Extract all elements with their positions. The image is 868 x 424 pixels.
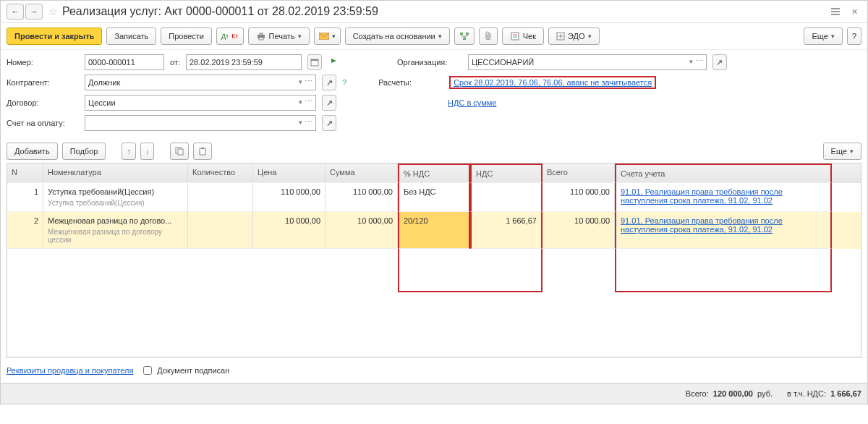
table-header: N Номенклатура Количество Цена Сумма % Н… bbox=[7, 164, 861, 183]
vat-mode-link[interactable]: НДС в сумме bbox=[448, 98, 496, 107]
table-row[interactable]: 1 Уступка требований(Цессия) Уступка тре… bbox=[7, 183, 861, 212]
paste-button[interactable] bbox=[193, 143, 212, 160]
printer-icon bbox=[256, 32, 266, 41]
col-vat-pct[interactable]: % НДС bbox=[398, 164, 470, 183]
row-nom: Межценовая разница по догово... bbox=[48, 216, 171, 225]
check-button[interactable]: Чек bbox=[502, 27, 544, 45]
col-price[interactable]: Цена bbox=[253, 164, 326, 183]
svg-rect-1 bbox=[831, 11, 840, 12]
settlements-link[interactable]: Срок 28.02.2019, 76.06, 76.06, аванс не … bbox=[454, 78, 652, 87]
calendar-icon bbox=[310, 58, 319, 67]
svg-rect-4 bbox=[259, 33, 263, 35]
post-button[interactable]: Провести bbox=[161, 27, 212, 45]
create-based-button[interactable]: Создать на основании▾ bbox=[345, 27, 450, 45]
svg-rect-17 bbox=[178, 149, 183, 155]
number-label: Номер: bbox=[7, 58, 79, 67]
favorite-icon[interactable]: ☆ bbox=[48, 6, 58, 17]
accounts-link[interactable]: 91.01, Реализация права требования после… bbox=[621, 216, 826, 234]
accounts-link[interactable]: 91.01, Реализация права требования после… bbox=[621, 187, 826, 205]
svg-rect-15 bbox=[311, 59, 318, 61]
close-icon[interactable]: ✕ bbox=[847, 5, 861, 18]
mail-button[interactable]: ▾ bbox=[314, 27, 341, 45]
svg-rect-8 bbox=[466, 33, 469, 35]
edo-button[interactable]: ЭДО▾ bbox=[548, 27, 600, 45]
svg-rect-7 bbox=[460, 33, 463, 35]
tree-icon bbox=[459, 32, 469, 41]
nav-back-button[interactable]: ← bbox=[7, 4, 24, 20]
contract-open-button[interactable]: ↗ bbox=[322, 95, 336, 111]
svg-rect-2 bbox=[831, 14, 840, 15]
bill-label: Счет на оплату: bbox=[7, 119, 79, 127]
table-row[interactable]: 2 Межценовая разница по догово... Межцен… bbox=[7, 212, 861, 249]
dirty-flag-icon bbox=[328, 54, 342, 70]
help-button[interactable]: ? bbox=[847, 27, 861, 45]
bill-open-button[interactable]: ↗ bbox=[322, 115, 336, 131]
move-down-button[interactable]: ↓ bbox=[140, 143, 155, 160]
col-n[interactable]: N bbox=[7, 164, 43, 183]
add-row-button[interactable]: Добавить bbox=[7, 143, 58, 160]
pick-button[interactable]: Подбор bbox=[62, 143, 106, 160]
row-sub: Межценовая разница по договору цессии bbox=[48, 228, 183, 244]
post-close-button[interactable]: Провести и закрыть bbox=[7, 27, 102, 45]
total-value: 120 000,00 bbox=[713, 389, 753, 398]
svg-rect-18 bbox=[200, 148, 205, 155]
move-up-button[interactable]: ↑ bbox=[122, 143, 136, 160]
attach-button[interactable] bbox=[479, 27, 498, 45]
contract-label: Договор: bbox=[7, 98, 79, 107]
svg-rect-19 bbox=[201, 148, 204, 149]
number-input[interactable]: 0000-000011 bbox=[85, 54, 164, 70]
vat-label: в т.ч. НДС: bbox=[787, 389, 826, 398]
structure-button[interactable] bbox=[454, 27, 475, 45]
items-table: N Номенклатура Количество Цена Сумма % Н… bbox=[7, 163, 861, 357]
col-qty[interactable]: Количество bbox=[188, 164, 253, 183]
cp-open-button[interactable]: ↗ bbox=[322, 75, 336, 90]
requisites-link[interactable]: Реквизиты продавца и покупателя bbox=[7, 366, 133, 375]
col-total[interactable]: Всего bbox=[542, 164, 615, 183]
vat-value: 1 666,67 bbox=[830, 389, 861, 398]
copy-icon bbox=[175, 147, 184, 156]
svg-rect-0 bbox=[831, 8, 840, 9]
org-open-button[interactable]: ↗ bbox=[712, 54, 727, 70]
options-icon[interactable] bbox=[828, 5, 843, 18]
signed-checkbox[interactable]: Документ подписан bbox=[140, 364, 229, 377]
cp-input[interactable]: Должник⋯ bbox=[85, 75, 316, 90]
calendar-button[interactable] bbox=[307, 54, 322, 70]
receipt-icon bbox=[510, 32, 520, 41]
clip-icon bbox=[484, 31, 493, 41]
print-button[interactable]: Печать▾ bbox=[248, 27, 310, 45]
copy-button[interactable] bbox=[170, 143, 189, 160]
col-vat[interactable]: НДС bbox=[470, 164, 542, 183]
row-nom: Уступка требований(Цессия) bbox=[48, 187, 154, 196]
svg-rect-5 bbox=[259, 38, 263, 40]
svg-rect-9 bbox=[463, 38, 466, 40]
window-title: Реализация услуг: Акт 0000-000011 от 28.… bbox=[62, 5, 378, 18]
cp-help-icon[interactable]: ? bbox=[342, 78, 346, 87]
svg-rect-10 bbox=[511, 33, 519, 40]
org-input[interactable]: ЦЕССИОНАРИЙ⋯ bbox=[468, 54, 707, 70]
nav-fwd-button[interactable]: → bbox=[25, 4, 43, 20]
write-button[interactable]: Записать bbox=[106, 27, 156, 45]
row-sub: Уступка требований(Цессия) bbox=[48, 199, 183, 207]
col-acc[interactable]: Счета учета bbox=[615, 164, 832, 183]
date-input[interactable]: 28.02.2019 23:59:59 bbox=[186, 54, 302, 70]
total-label: Всего: bbox=[686, 389, 709, 398]
edo-icon bbox=[556, 32, 565, 41]
dtkt-button[interactable]: ДтКт bbox=[216, 27, 244, 45]
envelope-icon bbox=[319, 33, 329, 40]
org-label: Организация: bbox=[397, 58, 462, 67]
bill-input[interactable]: ⋯ bbox=[85, 115, 316, 131]
settle-label: Расчеты: bbox=[378, 78, 443, 87]
highlight-settle: Срок 28.02.2019, 76.06, 76.06, аванс не … bbox=[449, 76, 656, 89]
from-label: от: bbox=[170, 58, 180, 67]
col-nom[interactable]: Номенклатура bbox=[43, 164, 188, 183]
contract-input[interactable]: Цессии⋯ bbox=[85, 95, 316, 111]
clipboard-icon bbox=[198, 147, 207, 156]
col-sum[interactable]: Сумма bbox=[326, 164, 398, 183]
table-more-button[interactable]: Еще▾ bbox=[823, 143, 861, 160]
more-button[interactable]: Еще▾ bbox=[804, 27, 842, 45]
cp-label: Контрагент: bbox=[7, 78, 79, 87]
